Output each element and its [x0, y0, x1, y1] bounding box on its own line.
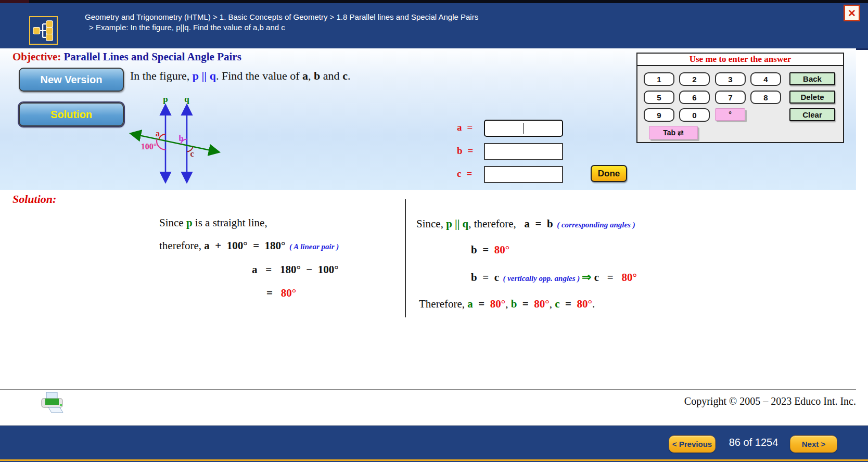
- numpad-key-0[interactable]: 0: [679, 108, 710, 122]
- text-caret: [524, 123, 524, 134]
- problem-var-c: c: [342, 69, 348, 82]
- answer-b-label: b=: [457, 145, 473, 157]
- header-bar: Geometry and Trigonometry (HTML) > 1. Ba…: [0, 3, 868, 50]
- answer-a-box: [484, 120, 563, 137]
- figure-label-a: a: [156, 129, 160, 138]
- footer-bar: < Previous 86 of 1254 Next >: [0, 426, 868, 462]
- solution-left-line-1: Since p is a straight line,: [159, 216, 267, 229]
- figure-label-c: c: [190, 149, 194, 158]
- answer-c-input[interactable]: [485, 167, 564, 183]
- breadcrumb-line-1: Geometry and Trigonometry (HTML) > 1. Ba…: [85, 12, 478, 22]
- figure-label-100: 100°: [141, 142, 157, 151]
- numpad-key-1[interactable]: 1: [644, 72, 674, 86]
- solution-heading: Solution:: [12, 192, 56, 206]
- column-divider: [405, 199, 406, 317]
- answer-c-box: [484, 166, 563, 183]
- breadcrumb-line-2: > Example: In the figure, p||q. Find the…: [85, 22, 478, 33]
- app-window: Geometry and Trigonometry (HTML) > 1. Ba…: [0, 0, 868, 462]
- figure-label-q: q: [184, 94, 189, 104]
- problem-var-b: b: [314, 69, 320, 82]
- solution-left-line-3: a = 180° − 100°: [252, 263, 339, 276]
- numpad-key-6[interactable]: 6: [679, 91, 710, 104]
- numpad-key-7[interactable]: 7: [715, 91, 746, 104]
- figure-label-b: b: [179, 134, 184, 143]
- objective-title: Parallel Lines and Special Angle Pairs: [64, 50, 241, 63]
- numpad-degree-key[interactable]: °: [715, 108, 745, 121]
- numpad-panel: Use me to enter the answer 1 2 3 4 Back …: [636, 53, 844, 143]
- numpad-title: Use me to enter the answer: [637, 54, 843, 66]
- solution-button[interactable]: Solution: [19, 102, 124, 126]
- answer-c-label: c=: [457, 168, 472, 179]
- problem-text: . Find the value of: [216, 69, 302, 82]
- sitemap-logo-button[interactable]: [29, 16, 58, 45]
- answer-a-label: a=: [457, 122, 473, 133]
- numpad-key-2[interactable]: 2: [679, 72, 710, 86]
- answer-b-input[interactable]: [485, 144, 564, 160]
- print-button[interactable]: [40, 391, 66, 417]
- answer-a-input[interactable]: [485, 121, 564, 137]
- problem-var-a: a: [302, 69, 308, 82]
- breadcrumb: Geometry and Trigonometry (HTML) > 1. Ba…: [85, 12, 478, 33]
- arc-angle-a: [159, 134, 165, 139]
- objective-heading: Objective: Parallel Lines and Special An…: [12, 50, 241, 63]
- numpad-back-button[interactable]: Back: [789, 72, 835, 85]
- footer-divider: [0, 389, 856, 390]
- problem-text: In the figure,: [130, 69, 193, 82]
- solution-right-line-2: b = 80°: [471, 243, 509, 256]
- page-counter: 86 of 1254: [727, 437, 780, 448]
- numpad-key-9[interactable]: 9: [644, 108, 674, 122]
- next-button[interactable]: Next >: [790, 435, 837, 453]
- solution-right-line-4: Therefore, a = 80°, b = 80°, c = 80°.: [419, 298, 595, 311]
- done-button[interactable]: Done: [591, 165, 627, 182]
- answer-b-box: [484, 143, 563, 160]
- geometry-figure: p q a 100° b c: [123, 93, 227, 194]
- new-version-button[interactable]: New Version: [19, 68, 124, 92]
- problem-statement: In the figure, p || q. Find the value of…: [130, 69, 350, 83]
- printer-icon: [40, 391, 66, 415]
- previous-button[interactable]: < Previous: [669, 435, 716, 453]
- solution-right-line-1: Since, p || q, therefore, a = b ( corres…: [416, 217, 635, 230]
- numpad-key-4[interactable]: 4: [750, 72, 781, 86]
- objective-label: Objective:: [12, 50, 64, 63]
- close-icon[interactable]: ✕: [844, 5, 860, 21]
- problem-pq: p || q: [193, 69, 216, 82]
- solution-left-line-2: therefore, a + 100° = 180° ( A linear pa…: [159, 239, 339, 252]
- numpad-key-5[interactable]: 5: [644, 91, 674, 104]
- numpad-delete-button[interactable]: Delete: [789, 91, 835, 104]
- numpad-key-8[interactable]: 8: [750, 91, 781, 104]
- solution-right-line-3: b = c ( vertically opp. angles ) ⇒ c = 8…: [471, 271, 637, 284]
- numpad-key-3[interactable]: 3: [715, 72, 746, 86]
- copyright-text: Copyright © 2005 – 2023 Educo Int. Inc.: [684, 395, 856, 407]
- numpad-tab-key[interactable]: Tab ⇄: [649, 126, 698, 139]
- numpad-clear-button[interactable]: Clear: [789, 108, 835, 121]
- solution-left-line-4: = 80°: [266, 287, 296, 300]
- footer-accent-line: [0, 459, 868, 461]
- sitemap-icon: [32, 19, 56, 43]
- figure-label-p: p: [163, 94, 168, 104]
